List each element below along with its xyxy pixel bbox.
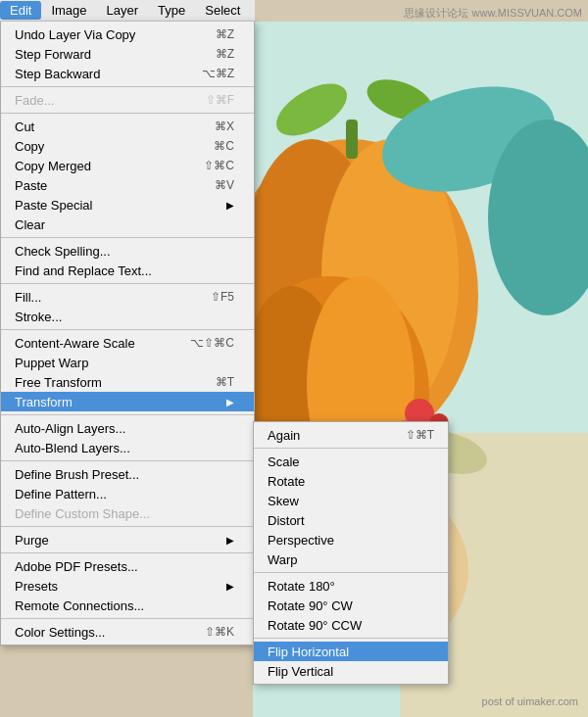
- transform-menu-item-scale[interactable]: Scale: [254, 452, 448, 471]
- edit-menu-item-check-spelling[interactable]: Check Spelling...: [1, 241, 254, 261]
- transform-label-rotate-180: Rotate 180°: [268, 579, 335, 594]
- edit-menu-label-find-replace: Find and Replace Text...: [15, 263, 152, 278]
- transform-label-flip-horizontal: Flip Horizontal: [268, 645, 349, 659]
- edit-menu-item-purge[interactable]: Purge▶: [1, 530, 254, 550]
- transform-label-skew: Skew: [268, 494, 299, 508]
- edit-menu-label-copy: Copy: [15, 139, 44, 154]
- edit-menu-item-cut[interactable]: Cut⌘X: [1, 117, 254, 136]
- menu-bar-layer[interactable]: Layer: [97, 1, 149, 20]
- edit-separator-30: [1, 526, 254, 527]
- transform-label-flip-vertical: Flip Vertical: [268, 664, 333, 679]
- watermark: 思缘设计论坛 www.MISSVUAN.COM: [404, 6, 582, 21]
- edit-menu-item-step-backward[interactable]: Step Backward⌥⌘Z: [1, 64, 254, 83]
- edit-separator-26: [1, 460, 254, 461]
- edit-menu-item-adobe-pdf[interactable]: Adobe PDF Presets...: [1, 556, 254, 576]
- edit-menu-item-step-forward[interactable]: Step Forward⌘Z: [1, 44, 254, 64]
- edit-menu-item-define-brush[interactable]: Define Brush Preset...: [1, 464, 254, 484]
- transform-menu-item-rotate-180[interactable]: Rotate 180°: [254, 576, 448, 596]
- edit-separator-5: [1, 113, 254, 114]
- edit-menu-item-paste[interactable]: Paste⌘V: [1, 175, 254, 195]
- edit-menu-item-transform[interactable]: Transform▶: [1, 392, 254, 411]
- edit-menu-item-copy-merged[interactable]: Copy Merged⇧⌘C: [1, 156, 254, 175]
- post-label: post of uimaker.com: [482, 695, 578, 707]
- edit-menu-label-define-brush: Define Brush Preset...: [15, 467, 139, 482]
- transform-menu-item-perspective[interactable]: Perspective: [254, 530, 448, 550]
- edit-menu-label-paste: Paste: [15, 178, 47, 193]
- edit-menu-item-copy[interactable]: Copy⌘C: [1, 136, 254, 156]
- edit-menu-label-color-settings: Color Settings...: [15, 625, 106, 640]
- menu-bar-image[interactable]: Image: [41, 1, 96, 20]
- edit-menu-label-paste-special: Paste Special: [15, 198, 93, 213]
- edit-menu-item-fill[interactable]: Fill...⇧F5: [1, 287, 254, 307]
- edit-menu-shortcut-content-aware: ⌥⇧⌘C: [190, 336, 234, 350]
- edit-menu: Undo Layer Via Copy⌘ZStep Forward⌘ZStep …: [0, 22, 255, 645]
- menu-bar-edit[interactable]: Edit: [0, 1, 41, 20]
- svg-rect-4: [346, 120, 358, 159]
- edit-menu-item-paste-special[interactable]: Paste Special▶: [1, 195, 254, 215]
- transform-separator-12: [254, 638, 448, 639]
- transform-label-rotate-90ccw: Rotate 90° CCW: [268, 618, 362, 633]
- edit-menu-shortcut-color-settings: ⇧⌘K: [205, 625, 234, 639]
- edit-menu-item-presets[interactable]: Presets▶: [1, 576, 254, 596]
- edit-menu-label-copy-merged: Copy Merged: [15, 159, 91, 173]
- edit-menu-item-puppet-warp[interactable]: Puppet Warp: [1, 353, 254, 372]
- edit-menu-label-check-spelling: Check Spelling...: [15, 244, 111, 259]
- transform-label-again: Again: [268, 428, 300, 443]
- edit-menu-shortcut-free-transform: ⌘T: [216, 375, 234, 389]
- edit-menu-label-puppet-warp: Puppet Warp: [15, 356, 88, 370]
- edit-separator-18: [1, 329, 254, 330]
- transform-menu-item-rotate-90ccw[interactable]: Rotate 90° CCW: [254, 615, 448, 635]
- edit-menu-item-stroke[interactable]: Stroke...: [1, 307, 254, 326]
- edit-menu-item-content-aware[interactable]: Content-Aware Scale⌥⇧⌘C: [1, 333, 254, 353]
- transform-menu-item-rotate-90cw[interactable]: Rotate 90° CW: [254, 596, 448, 615]
- transform-shortcut-again: ⇧⌘T: [406, 428, 434, 442]
- edit-menu-label-remote-connections: Remote Connections...: [15, 598, 144, 613]
- transform-menu-item-skew[interactable]: Skew: [254, 491, 448, 510]
- edit-menu-item-clear[interactable]: Clear: [1, 215, 254, 234]
- edit-separator-36: [1, 618, 254, 619]
- edit-separator-3: [1, 86, 254, 87]
- menu-bar-type[interactable]: Type: [148, 1, 195, 20]
- transform-menu-item-again[interactable]: Again⇧⌘T: [254, 425, 448, 445]
- edit-menu-shortcut-copy: ⌘C: [214, 139, 234, 153]
- edit-menu-shortcut-fill: ⇧F5: [211, 290, 234, 304]
- edit-menu-item-free-transform[interactable]: Free Transform⌘T: [1, 372, 254, 392]
- edit-menu-item-find-replace[interactable]: Find and Replace Text...: [1, 261, 254, 280]
- transform-separator-1: [254, 448, 448, 449]
- edit-menu-item-auto-align[interactable]: Auto-Align Layers...: [1, 418, 254, 438]
- transform-menu-item-warp[interactable]: Warp: [254, 550, 448, 569]
- edit-menu-item-undo[interactable]: Undo Layer Via Copy⌘Z: [1, 24, 254, 44]
- edit-menu-label-cut: Cut: [15, 120, 34, 134]
- edit-menu-shortcut-copy-merged: ⇧⌘C: [204, 159, 234, 172]
- edit-menu-arrow-transform: ▶: [226, 397, 234, 407]
- edit-menu-item-color-settings[interactable]: Color Settings...⇧⌘K: [1, 622, 254, 642]
- edit-menu-item-define-custom-shape: Define Custom Shape...: [1, 503, 254, 523]
- menu-bar-select[interactable]: Select: [195, 1, 250, 20]
- transform-menu-item-flip-horizontal[interactable]: Flip Horizontal: [254, 642, 448, 661]
- edit-menu-shortcut-cut: ⌘X: [215, 120, 234, 133]
- edit-menu-item-define-pattern[interactable]: Define Pattern...: [1, 484, 254, 503]
- transform-menu-item-flip-vertical[interactable]: Flip Vertical: [254, 661, 448, 681]
- edit-separator-23: [1, 414, 254, 415]
- transform-menu-item-rotate[interactable]: Rotate: [254, 471, 448, 491]
- menu-bar: Edit Image Layer Type Select: [0, 0, 255, 22]
- transform-submenu: Again⇧⌘TScaleRotateSkewDistortPerspectiv…: [253, 421, 449, 685]
- edit-separator-32: [1, 552, 254, 553]
- edit-menu-label-transform: Transform: [15, 395, 73, 409]
- edit-menu-label-content-aware: Content-Aware Scale: [15, 336, 135, 351]
- edit-menu-arrow-presets: ▶: [226, 581, 234, 592]
- edit-menu-label-stroke: Stroke...: [15, 310, 62, 324]
- edit-menu-label-presets: Presets: [15, 579, 58, 594]
- edit-menu-item-auto-blend[interactable]: Auto-Blend Layers...: [1, 438, 254, 457]
- edit-menu-label-adobe-pdf: Adobe PDF Presets...: [15, 559, 138, 574]
- edit-menu-label-fill: Fill...: [15, 290, 41, 305]
- transform-separator-8: [254, 572, 448, 573]
- edit-menu-shortcut-step-forward: ⌘Z: [216, 47, 234, 61]
- edit-menu-label-auto-blend: Auto-Blend Layers...: [15, 441, 130, 455]
- edit-menu-label-fade: Fade...: [15, 93, 54, 108]
- transform-menu-item-distort[interactable]: Distort: [254, 510, 448, 530]
- edit-menu-item-remote-connections[interactable]: Remote Connections...: [1, 596, 254, 615]
- edit-menu-arrow-purge: ▶: [226, 535, 234, 546]
- transform-label-perspective: Perspective: [268, 533, 334, 548]
- edit-menu-shortcut-step-backward: ⌥⌘Z: [202, 67, 234, 80]
